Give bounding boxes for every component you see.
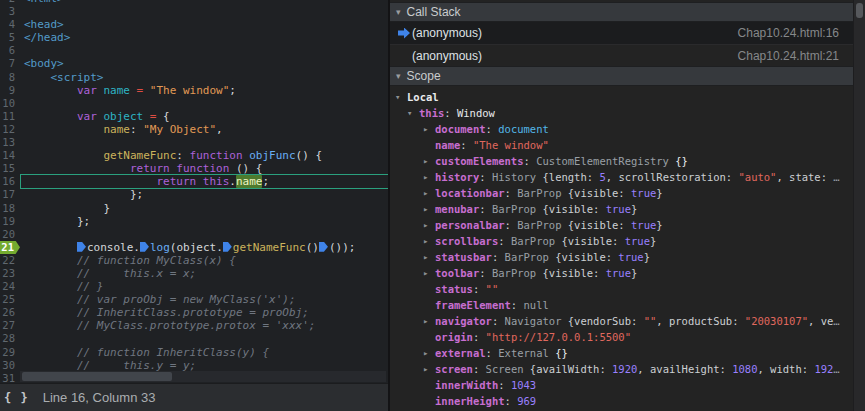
code-line[interactable]: 22 // function MyClass(x) { (0, 254, 388, 267)
scope-row[interactable]: ▸screen: Screen {availWidth: 1920, avail… (390, 361, 865, 377)
code-text[interactable]: // } (20, 280, 388, 293)
disclosure-triangle-icon[interactable]: ▸ (423, 249, 435, 265)
code-editor[interactable]: 2<html>34<head>5</head>67<body>8 <script… (0, 0, 388, 411)
line-number[interactable]: 10 (0, 97, 20, 110)
scope-row[interactable]: ▸document: document (390, 121, 865, 137)
code-text[interactable]: // InheritClass.prototype = proObj; (20, 306, 388, 319)
active-breakpoint-line-number[interactable]: 21 (0, 241, 20, 254)
code-line[interactable]: 24 // } (0, 280, 388, 293)
code-text[interactable]: }; (20, 188, 388, 201)
code-text[interactable]: // MyClass.prototype.protox = 'xxx'; (20, 319, 388, 332)
line-number[interactable]: 7 (0, 57, 20, 70)
editor-horizontal-scrollbar-thumb[interactable] (22, 372, 172, 381)
line-number[interactable]: 5 (0, 31, 20, 44)
code-text[interactable]: // function InheritClass(y) { (20, 346, 388, 359)
line-number[interactable]: 11 (0, 110, 20, 123)
panel-vertical-scrollbar-thumb[interactable] (856, 3, 863, 18)
code-text[interactable]: getNameFunc: function objFunc() { (20, 149, 388, 162)
line-number[interactable]: 17 (0, 188, 20, 201)
call-stack-section-header[interactable]: ▾ Call Stack (390, 2, 853, 22)
inline-breakpoint-marker-icon[interactable] (140, 242, 149, 252)
scope-row[interactable]: ▸navigator: Navigator {vendorSub: "", pr… (390, 313, 865, 329)
inline-breakpoint-marker-icon[interactable] (319, 242, 328, 252)
line-number[interactable]: 20 (0, 228, 20, 241)
code-line[interactable]: 8 <script> (0, 71, 388, 84)
code-text[interactable]: var name = "The window"; (20, 84, 388, 97)
code-line[interactable]: 16 return this.name; (0, 175, 388, 188)
line-number[interactable]: 18 (0, 202, 20, 215)
editor-horizontal-scrollbar[interactable] (20, 371, 386, 382)
scope-row[interactable]: frameElement: null (390, 297, 865, 313)
code-text[interactable] (20, 332, 388, 345)
code-line[interactable]: 18 } (0, 202, 388, 215)
execution-line-code[interactable]: return this.name; (20, 175, 388, 188)
disclosure-triangle-icon[interactable]: ▸ (423, 233, 435, 249)
code-line[interactable]: 27 // MyClass.prototype.protox = 'xxx'; (0, 319, 388, 332)
line-number[interactable]: 3 (0, 5, 20, 18)
code-text[interactable] (20, 228, 388, 241)
code-text[interactable]: <head> (20, 18, 388, 31)
code-line[interactable]: 17 }; (0, 188, 388, 201)
line-number[interactable]: 16 (0, 175, 20, 188)
scope-row[interactable]: ▸customElements: CustomElementRegistry {… (390, 153, 865, 169)
line-number[interactable]: 15 (0, 162, 20, 175)
frame-source-location[interactable]: Chap10.24.html:21 (738, 49, 839, 63)
code-line[interactable]: 3 (0, 5, 388, 18)
code-line[interactable]: 19 }; (0, 215, 388, 228)
code-line[interactable]: 11 var object = { (0, 110, 388, 123)
code-line[interactable]: 4<head> (0, 18, 388, 31)
scope-row[interactable]: ▸external: External {} (390, 345, 865, 361)
code-line[interactable]: 23 // this.x = x; (0, 267, 388, 280)
disclosure-triangle-icon[interactable]: ▸ (423, 201, 435, 217)
code-text[interactable] (20, 44, 388, 57)
code-text[interactable]: </head> (20, 31, 388, 44)
code-text[interactable]: // var proObj = new MyClass('x'); (20, 293, 388, 306)
disclosure-triangle-icon[interactable]: ▸ (423, 313, 435, 329)
code-text[interactable]: }; (20, 215, 388, 228)
code-text[interactable]: <body> (20, 57, 388, 70)
code-line[interactable]: 6 (0, 44, 388, 57)
scope-row[interactable]: name: "The window" (390, 137, 865, 153)
code-text[interactable]: console.log(object.getNameFunc()()); (20, 241, 388, 254)
scope-row[interactable]: ▸toolbar: BarProp {visible: true} (390, 265, 865, 281)
scope-row[interactable]: status: "" (390, 281, 865, 297)
code-line[interactable]: 12 name: "My Object", (0, 123, 388, 136)
code-text[interactable] (20, 136, 388, 149)
disclosure-triangle-icon[interactable]: ▾ (407, 105, 419, 121)
line-number[interactable]: 30 (0, 359, 20, 372)
line-number[interactable]: 27 (0, 319, 20, 332)
call-stack-frame[interactable]: (anonymous)Chap10.24.html:16 (390, 22, 853, 44)
line-number[interactable]: 29 (0, 346, 20, 359)
scope-row[interactable]: origin: "http://127.0.0.1:5500" (390, 329, 865, 345)
disclosure-triangle-icon[interactable]: ▸ (423, 345, 435, 361)
code-line[interactable]: 7<body> (0, 57, 388, 70)
scope-section-header[interactable]: ▾ Scope (390, 66, 853, 86)
scope-row[interactable]: innerHeight: 969 (390, 393, 865, 409)
line-number[interactable]: 24 (0, 280, 20, 293)
line-number[interactable]: 26 (0, 306, 20, 319)
code-text[interactable] (20, 97, 388, 110)
line-number[interactable]: 9 (0, 84, 20, 97)
disclosure-triangle-icon[interactable]: ▾ (395, 89, 407, 105)
scope-row[interactable]: ▸personalbar: BarProp {visible: true} (390, 217, 865, 233)
line-number[interactable]: 6 (0, 44, 20, 57)
frame-source-location[interactable]: Chap10.24.html:16 (738, 26, 839, 40)
code-line[interactable]: 13 (0, 136, 388, 149)
line-number[interactable]: 28 (0, 332, 20, 345)
code-hints-icon[interactable]: { } (0, 391, 35, 405)
scope-row[interactable]: ▸history: History {length: 5, scrollRest… (390, 169, 865, 185)
line-number[interactable]: 8 (0, 71, 20, 84)
code-line[interactable]: 28 (0, 332, 388, 345)
code-line[interactable]: 21 console.log(object.getNameFunc()()); (0, 241, 388, 254)
code-text[interactable]: // this.y = y; (20, 359, 388, 372)
code-line[interactable]: 5</head> (0, 31, 388, 44)
line-number[interactable]: 13 (0, 136, 20, 149)
code-line[interactable]: 25 // var proObj = new MyClass('x'); (0, 293, 388, 306)
code-line[interactable]: 29 // function InheritClass(y) { (0, 346, 388, 359)
line-number[interactable]: 22 (0, 254, 20, 267)
line-number[interactable]: 23 (0, 267, 20, 280)
disclosure-triangle-icon[interactable]: ▸ (423, 265, 435, 281)
code-line[interactable]: 9 var name = "The window"; (0, 84, 388, 97)
line-number[interactable]: 19 (0, 215, 20, 228)
line-number[interactable]: 25 (0, 293, 20, 306)
